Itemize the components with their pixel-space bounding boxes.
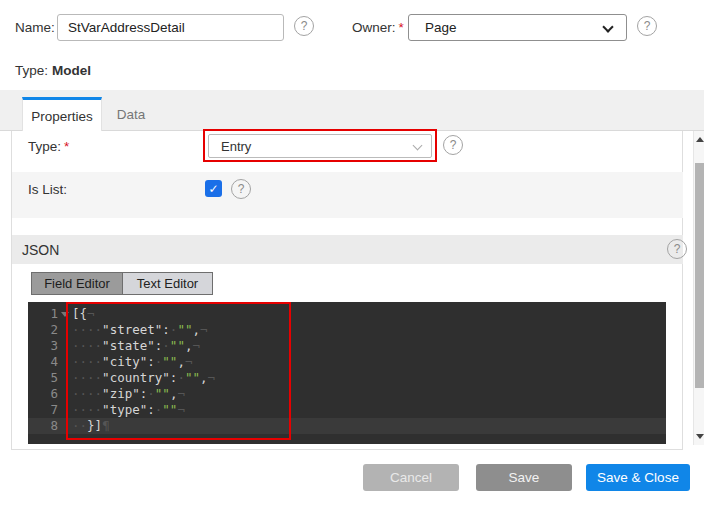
is-list-checkbox[interactable]: ✓ xyxy=(205,180,222,197)
chevron-down-icon xyxy=(413,141,423,151)
owner-select[interactable]: Page xyxy=(408,14,627,41)
code-line[interactable]: 5····"country":·"",¬ xyxy=(28,370,666,386)
save-and-close-button[interactable]: Save & Close xyxy=(586,464,690,491)
variable-type-value: Model xyxy=(52,63,91,78)
entry-type-dropdown[interactable]: Entry xyxy=(208,134,432,158)
scroll-down-arrow-icon[interactable] xyxy=(696,434,704,439)
code-line[interactable]: 8··}]¶ xyxy=(28,418,666,434)
code-line-text: ····"state":·"",¬ xyxy=(72,338,200,354)
code-line[interactable]: 6····"zip":·"",¬ xyxy=(28,386,666,402)
variable-type-line: Type:Model xyxy=(15,63,91,78)
tab-data-label: Data xyxy=(117,107,146,122)
scroll-up-arrow-icon[interactable] xyxy=(696,137,704,142)
name-input[interactable] xyxy=(57,14,284,41)
json-section-title: JSON xyxy=(22,242,59,258)
cancel-button[interactable]: Cancel xyxy=(363,464,459,491)
code-line-text: ····"zip":·"",¬ xyxy=(72,386,185,402)
line-number: 6 xyxy=(28,386,72,402)
is-list-row xyxy=(12,172,683,218)
owner-select-value: Page xyxy=(425,20,457,35)
code-line[interactable]: 1[{¬ xyxy=(28,306,666,322)
code-line-text: ····"type":·""¬ xyxy=(72,402,185,418)
line-number: 2 xyxy=(28,322,72,338)
line-number: 4 xyxy=(28,354,72,370)
save-button[interactable]: Save xyxy=(476,464,572,491)
line-number: 8 xyxy=(28,418,72,434)
json-help-icon[interactable]: ? xyxy=(667,239,687,259)
checkmark-icon: ✓ xyxy=(208,182,218,196)
editor-mode-toggle: Field Editor Text Editor xyxy=(31,272,213,295)
code-line-text: ····"city":·"",¬ xyxy=(72,354,192,370)
code-line[interactable]: 2····"street":·"",¬ xyxy=(28,322,666,338)
code-lines: 1[{¬2····"street":·"",¬3····"state":·"",… xyxy=(28,306,666,434)
code-line[interactable]: 7····"type":·""¬ xyxy=(28,402,666,418)
required-asterisk: * xyxy=(399,20,404,35)
line-number: 5 xyxy=(28,370,72,386)
fold-arrow-icon[interactable] xyxy=(61,312,69,317)
required-asterisk: * xyxy=(64,139,69,154)
owner-label: Owner:* xyxy=(352,20,404,35)
is-list-label: Is List: xyxy=(28,182,67,197)
line-number: 1 xyxy=(28,306,72,322)
code-line-text: ····"country":·"",¬ xyxy=(72,370,215,386)
tab-data[interactable]: Data xyxy=(102,97,160,131)
vertical-scrollbar[interactable] xyxy=(693,131,704,445)
json-code-editor[interactable]: 1[{¬2····"street":·"",¬3····"state":·"",… xyxy=(28,302,666,444)
code-line[interactable]: 3····"state":·"",¬ xyxy=(28,338,666,354)
entry-type-label: Type:* xyxy=(28,139,69,154)
entry-type-value: Entry xyxy=(221,139,251,154)
text-editor-button[interactable]: Text Editor xyxy=(122,273,212,294)
code-line[interactable]: 4····"city":·"",¬ xyxy=(28,354,666,370)
name-label: Name:* xyxy=(15,20,63,35)
line-number: 7 xyxy=(28,402,72,418)
code-line-text: [{¬ xyxy=(72,306,95,322)
name-help-icon[interactable]: ? xyxy=(294,16,314,36)
tab-properties-label: Properties xyxy=(31,109,93,124)
tab-properties[interactable]: Properties xyxy=(22,97,102,132)
chevron-down-icon xyxy=(602,21,613,32)
entry-type-help-icon[interactable]: ? xyxy=(443,135,463,155)
variable-editor-dialog: Name:* ? Owner:* Page ? Type:Model Prope… xyxy=(0,0,704,511)
json-section-header: JSON xyxy=(12,235,683,264)
is-list-help-icon[interactable]: ? xyxy=(231,179,251,199)
scrollbar-thumb[interactable] xyxy=(695,163,704,388)
field-editor-button[interactable]: Field Editor xyxy=(32,273,122,294)
line-number: 3 xyxy=(28,338,72,354)
code-line-text: ····"street":·"",¬ xyxy=(72,322,208,338)
code-line-text: ··}]¶ xyxy=(72,418,110,434)
owner-help-icon[interactable]: ? xyxy=(637,16,657,36)
